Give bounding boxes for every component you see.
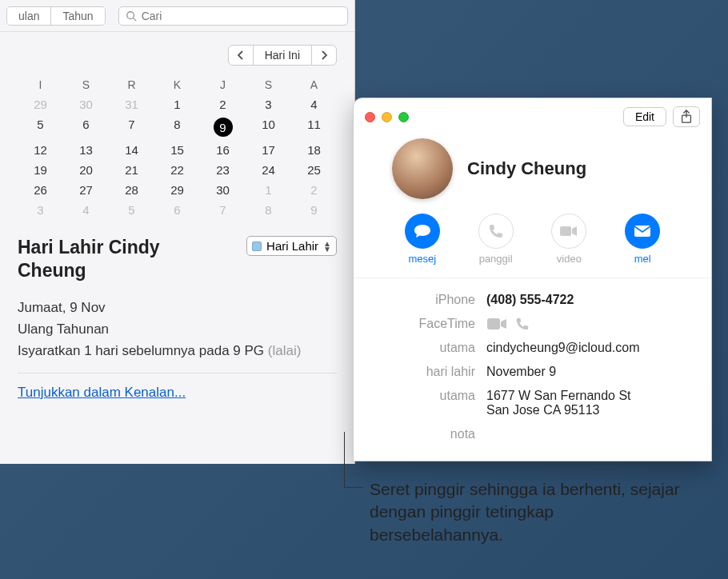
date-nav-group: Hari Ini — [228, 45, 337, 66]
facetime-video-icon[interactable] — [486, 317, 507, 331]
mini-calendar: ISRKJSA 29303112345678910111213141516171… — [18, 75, 337, 220]
date-cell[interactable]: 20 — [63, 160, 109, 180]
close-button[interactable] — [365, 112, 375, 122]
video-icon — [559, 225, 578, 238]
svg-rect-3 — [560, 226, 571, 236]
date-cell[interactable]: 9 — [291, 200, 337, 220]
event-title: Hari Lahir Cindy Cheung — [18, 236, 210, 282]
search-box[interactable] — [118, 6, 348, 26]
search-input[interactable] — [142, 10, 341, 22]
date-cell[interactable]: 29 — [154, 180, 200, 200]
date-cell[interactable]: 5 — [109, 200, 154, 220]
window-controls — [365, 112, 409, 122]
date-cell[interactable]: 6 — [154, 200, 200, 220]
date-cell[interactable]: 11 — [291, 114, 337, 140]
show-in-contacts-link[interactable]: Tunjukkan dalam Kenalan... — [18, 385, 186, 400]
date-cell[interactable]: 3 — [18, 200, 63, 220]
date-cell[interactable]: 5 — [18, 114, 63, 140]
prev-button[interactable] — [229, 46, 253, 65]
tab-year[interactable]: Tahun — [50, 7, 104, 25]
event-alert: Isyaratkan 1 hari sebelumnya pada 9 PG (… — [18, 340, 337, 361]
category-label: Hari Lahir — [266, 239, 318, 253]
address-value[interactable]: 1677 W San Fernando St San Jose CA 95113 — [486, 389, 692, 417]
date-cell[interactable]: 13 — [63, 140, 109, 160]
share-icon — [680, 110, 693, 124]
message-action[interactable]: mesej — [405, 214, 440, 265]
date-cell[interactable]: 22 — [154, 160, 200, 180]
date-cell[interactable]: 15 — [154, 140, 200, 160]
dow-cell: R — [109, 75, 154, 94]
date-cell[interactable]: 10 — [246, 114, 291, 140]
facetime-label: FaceTime — [373, 317, 475, 331]
date-cell[interactable]: 17 — [246, 140, 291, 160]
date-cell[interactable]: 7 — [200, 200, 246, 220]
date-cell[interactable]: 21 — [109, 160, 154, 180]
event-category-select[interactable]: Hari Lahir ▲▼ — [246, 236, 337, 256]
view-tabs: ulan Tahun — [6, 6, 106, 26]
video-action[interactable]: video — [551, 214, 586, 265]
date-cell[interactable]: 1 — [246, 180, 291, 200]
date-cell[interactable]: 4 — [291, 94, 337, 114]
date-cell[interactable]: 4 — [63, 200, 109, 220]
event-date: Jumaat, 9 Nov — [18, 297, 337, 318]
date-cell[interactable]: 1 — [154, 94, 200, 114]
annotation-text: Seret pinggir sehingga ia berhenti, seja… — [370, 478, 690, 546]
dow-cell: A — [291, 75, 337, 94]
date-cell[interactable]: 31 — [109, 94, 154, 114]
today-button[interactable]: Hari Ini — [253, 46, 311, 65]
date-cell[interactable]: 3 — [246, 94, 291, 114]
date-cell[interactable]: 29 — [18, 94, 63, 114]
svg-rect-5 — [487, 318, 500, 329]
share-button[interactable] — [673, 106, 700, 127]
dow-cell: J — [200, 75, 246, 94]
category-color-swatch — [252, 242, 262, 251]
date-cell[interactable]: 23 — [200, 160, 246, 180]
facetime-value[interactable] — [486, 317, 692, 331]
date-cell[interactable]: 16 — [200, 140, 246, 160]
date-cell[interactable]: 2 — [200, 94, 246, 114]
date-cell[interactable]: 7 — [109, 114, 154, 140]
date-cell[interactable]: 30 — [200, 180, 246, 200]
date-cell[interactable]: 26 — [18, 180, 63, 200]
iphone-value[interactable]: (408) 555-4722 — [486, 293, 692, 307]
dow-cell: S — [63, 75, 109, 94]
date-cell[interactable]: 24 — [246, 160, 291, 180]
tab-month[interactable]: ulan — [7, 7, 50, 25]
action-row: mesej panggil video mel — [354, 214, 711, 278]
date-cell[interactable]: 27 — [63, 180, 109, 200]
divider — [18, 373, 337, 373]
email-value[interactable]: cindycheung9@icloud.com — [486, 341, 692, 355]
mail-icon — [634, 225, 651, 238]
date-cell[interactable]: 9 — [200, 114, 246, 140]
callout-line — [344, 432, 363, 488]
note-value[interactable] — [486, 427, 692, 441]
birthday-value: November 9 — [486, 365, 692, 379]
date-cell[interactable]: 12 — [18, 140, 63, 160]
date-cell[interactable]: 28 — [109, 180, 154, 200]
contact-name: Cindy Cheung — [467, 158, 586, 179]
edit-button[interactable]: Edit — [623, 107, 666, 126]
date-cell[interactable]: 6 — [63, 114, 109, 140]
date-cell[interactable]: 25 — [291, 160, 337, 180]
date-cell[interactable]: 2 — [291, 180, 337, 200]
minimize-button[interactable] — [382, 112, 392, 122]
call-action[interactable]: panggil — [478, 214, 514, 265]
facetime-audio-icon[interactable] — [515, 317, 530, 331]
date-cell[interactable]: 8 — [154, 114, 200, 140]
zoom-button[interactable] — [398, 112, 409, 122]
avatar — [392, 138, 453, 199]
date-cell[interactable]: 19 — [18, 160, 63, 180]
note-label: nota — [373, 427, 475, 441]
date-cell[interactable]: 30 — [63, 94, 109, 114]
calendar-toolbar: ulan Tahun — [0, 0, 354, 32]
mail-action[interactable]: mel — [625, 214, 660, 265]
date-cell[interactable]: 18 — [291, 140, 337, 160]
date-cell[interactable]: 8 — [246, 200, 291, 220]
next-button[interactable] — [311, 46, 336, 65]
date-cell[interactable]: 14 — [109, 140, 154, 160]
chevron-right-icon — [320, 50, 328, 60]
search-icon — [126, 10, 137, 22]
iphone-label: iPhone — [373, 293, 475, 307]
dow-cell: I — [18, 75, 63, 94]
message-icon — [414, 223, 431, 239]
